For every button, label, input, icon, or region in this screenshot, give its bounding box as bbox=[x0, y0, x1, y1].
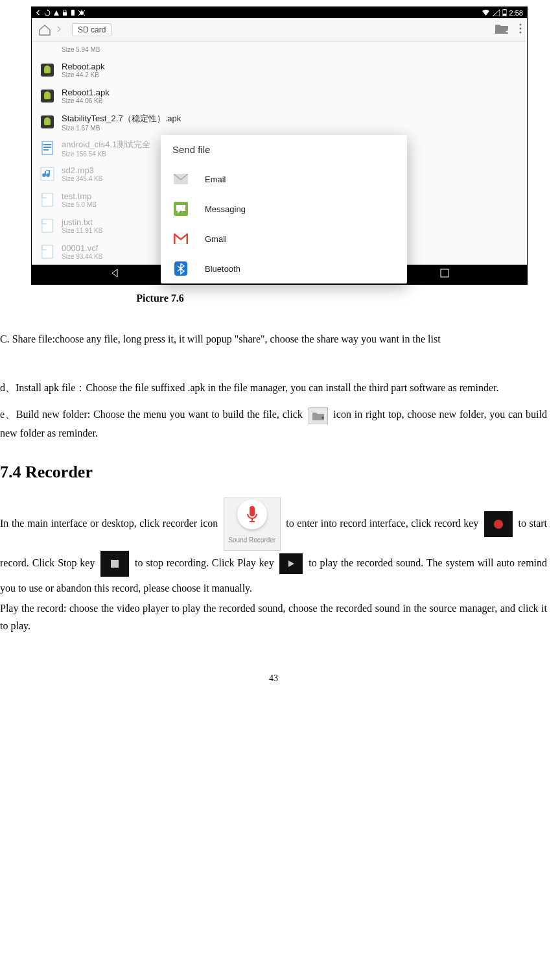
play-button-icon bbox=[279, 553, 303, 574]
svg-rect-35 bbox=[250, 506, 255, 516]
file-row[interactable]: StabilityTest_2.7（稳定性）.apkSize 1.67 MB bbox=[32, 109, 527, 135]
file-name: 00001.vcf bbox=[62, 243, 102, 253]
share-option-gmail[interactable]: Gmail bbox=[161, 224, 407, 254]
svg-point-9 bbox=[520, 31, 522, 33]
status-bar: 2:58 bbox=[32, 7, 527, 18]
back-arrow-status-icon bbox=[36, 10, 41, 16]
paragraph-c: C. Share file:choose any file, long pres… bbox=[0, 330, 547, 348]
svg-rect-18 bbox=[44, 121, 51, 125]
svg-rect-26 bbox=[42, 245, 52, 258]
file-name: android_cts4.1测试完全 bbox=[62, 139, 150, 151]
rec-p1-post3: to stop recording. Click Play key bbox=[135, 557, 277, 568]
file-type-icon bbox=[38, 139, 56, 157]
recorder-app-label: Sound Recorder bbox=[228, 533, 275, 548]
nav-back-icon[interactable] bbox=[110, 268, 120, 281]
file-type-icon bbox=[38, 113, 56, 131]
svg-point-38 bbox=[494, 520, 503, 529]
file-manager-toolbar: SD card + bbox=[32, 18, 527, 42]
stop-button-icon bbox=[100, 551, 129, 577]
file-row[interactable]: Size 5.94 MB bbox=[32, 42, 527, 57]
svg-rect-33 bbox=[187, 234, 189, 244]
file-size: Size 5.94 MB bbox=[62, 46, 100, 53]
svg-rect-39 bbox=[111, 560, 119, 568]
svg-text:+: + bbox=[506, 28, 509, 34]
breadcrumb-sdcard[interactable]: SD card bbox=[72, 23, 111, 36]
svg-rect-20 bbox=[43, 144, 51, 145]
file-size: Size 93.44 KB bbox=[62, 253, 102, 260]
svg-rect-1 bbox=[71, 10, 75, 16]
new-folder-inline-icon bbox=[309, 407, 328, 424]
battery-icon bbox=[502, 9, 507, 16]
svg-rect-15 bbox=[44, 95, 51, 99]
file-size: Size 44.06 KB bbox=[62, 97, 110, 104]
file-size: Size 156.54 KB bbox=[62, 151, 150, 158]
svg-rect-28 bbox=[441, 269, 449, 277]
status-time: 2:58 bbox=[509, 9, 523, 17]
rec-p1-post: to enter into record interface, click re… bbox=[286, 518, 482, 529]
file-name: StabilityTest_2.7（稳定性）.apk bbox=[62, 113, 181, 125]
recorder-paragraph-1: In the main interface or desktop, click … bbox=[0, 498, 547, 599]
file-name: Reboot1.apk bbox=[62, 88, 110, 97]
signal-icon bbox=[493, 10, 500, 16]
svg-rect-22 bbox=[43, 149, 49, 151]
file-type-icon bbox=[38, 243, 56, 261]
svg-rect-12 bbox=[44, 69, 51, 73]
overflow-menu-icon[interactable] bbox=[519, 23, 522, 36]
file-size: Size 5.0 MB bbox=[62, 201, 97, 208]
page-number: 43 bbox=[0, 673, 547, 684]
recorder-paragraph-2: Play the record: choose the video player… bbox=[0, 599, 547, 634]
messaging-icon bbox=[172, 200, 189, 217]
svg-rect-4 bbox=[504, 9, 506, 10]
sync-icon bbox=[44, 10, 51, 16]
share-option-label: Messaging bbox=[205, 204, 246, 214]
lock-status-icon bbox=[62, 10, 67, 16]
file-row[interactable]: Reboot.apkSize 44.2 KB bbox=[32, 57, 527, 83]
share-option-messaging[interactable]: Messaging bbox=[161, 194, 407, 224]
file-name: Reboot.apk bbox=[62, 62, 105, 71]
breadcrumb-chevron-icon bbox=[56, 24, 62, 36]
file-type-icon bbox=[38, 191, 56, 209]
file-name: sd2.mp3 bbox=[62, 165, 102, 175]
file-type-icon bbox=[38, 61, 56, 79]
share-option-bluetooth[interactable]: Bluetooth bbox=[161, 254, 407, 283]
home-icon[interactable] bbox=[37, 22, 52, 38]
gmail-icon bbox=[172, 230, 189, 247]
file-row[interactable]: Reboot1.apkSize 44.06 KB bbox=[32, 83, 527, 109]
share-option-label: Bluetooth bbox=[205, 264, 240, 274]
share-option-label: Gmail bbox=[205, 234, 227, 244]
paragraph-d: d、Install apk file：Choose the file suffi… bbox=[0, 379, 547, 396]
svg-rect-21 bbox=[43, 147, 51, 148]
file-type-icon bbox=[38, 87, 56, 105]
bluetooth-icon bbox=[172, 260, 189, 277]
file-name: test.tmp bbox=[62, 191, 97, 201]
nav-recent-icon[interactable] bbox=[440, 269, 449, 280]
svg-rect-24 bbox=[42, 193, 52, 206]
dialog-title: Send file bbox=[161, 135, 407, 164]
bug-status-icon bbox=[78, 10, 85, 16]
download-status-icon bbox=[70, 10, 76, 16]
file-name: justin.txt bbox=[62, 217, 102, 227]
svg-rect-32 bbox=[174, 234, 176, 244]
file-size: Size 44.2 KB bbox=[62, 71, 105, 78]
file-size: Size 11.91 KB bbox=[62, 227, 102, 234]
new-folder-icon[interactable]: + bbox=[495, 23, 509, 37]
figure-caption: Picture 7.6 bbox=[0, 293, 547, 304]
file-type-icon bbox=[38, 165, 56, 183]
rec-p1-pre: In the main interface or desktop, click … bbox=[0, 518, 221, 529]
paragraph-e: e、Build new folder: Choose the menu you … bbox=[0, 405, 547, 442]
warning-icon bbox=[53, 10, 60, 16]
file-type-icon bbox=[38, 40, 56, 58]
svg-point-8 bbox=[520, 27, 522, 29]
record-button-icon bbox=[484, 511, 513, 537]
sound-recorder-app-icon: Sound Recorder bbox=[224, 498, 281, 551]
svg-point-2 bbox=[80, 11, 84, 15]
file-size: Size 1.67 MB bbox=[62, 125, 181, 132]
section-heading-recorder: 7.4 Recorder bbox=[0, 463, 547, 482]
file-size: Size 345.4 KB bbox=[62, 175, 102, 182]
svg-point-7 bbox=[520, 23, 522, 25]
wifi-icon bbox=[482, 10, 490, 16]
svg-rect-0 bbox=[63, 12, 67, 16]
share-option-email[interactable]: Email bbox=[161, 164, 407, 194]
file-type-icon bbox=[38, 217, 56, 235]
svg-rect-25 bbox=[42, 219, 52, 232]
